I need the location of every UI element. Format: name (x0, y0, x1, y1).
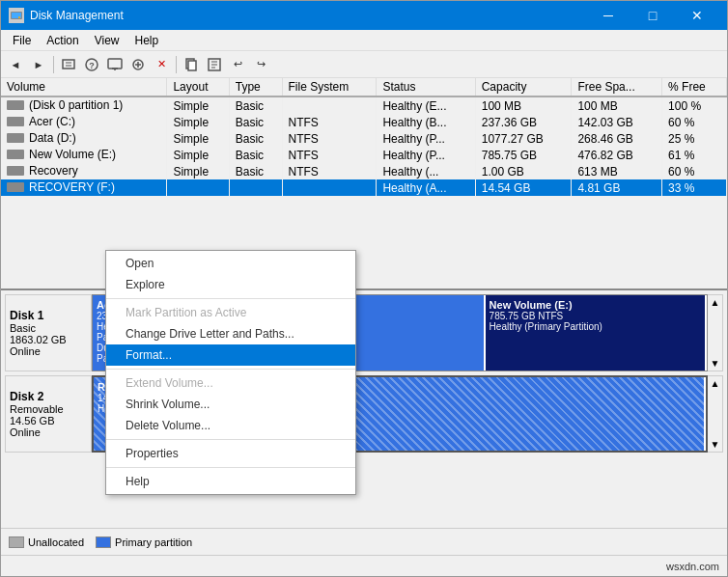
disk-1-label: Disk 1 Basic 1863.02 GB Online (5, 294, 92, 371)
legend-unalloc-label: Unallocated (28, 536, 84, 548)
context-menu-item[interactable]: Shrink Volume... (106, 394, 355, 415)
disk-2-type: Removable (10, 403, 87, 415)
menu-separator (106, 467, 355, 468)
vol-icon: Acer (C:) (7, 115, 75, 128)
menu-separator (106, 369, 355, 370)
disk-2-name: Disk 2 (10, 390, 87, 403)
disk-1-status: Online (10, 345, 87, 357)
vol-icon: New Volume (E:) (7, 148, 116, 161)
menu-help[interactable]: Help (127, 32, 167, 48)
window-title: Disk Management (30, 9, 124, 22)
legend-unallocated: Unallocated (9, 536, 84, 548)
table-row[interactable]: (Disk 0 partition 1)SimpleBasicHealthy (… (1, 96, 727, 114)
vol-icon: Recovery (7, 164, 78, 178)
menu-separator (106, 439, 355, 440)
disk-2-label: Disk 2 Removable 14.56 GB Online (5, 375, 92, 453)
svg-text:?: ? (89, 61, 95, 70)
toolbar-btn-8[interactable] (181, 54, 202, 75)
delete-button[interactable]: ✕ (151, 54, 172, 75)
context-menu-item: Extend Volume... (106, 372, 355, 394)
disk-1-size: 1863.02 GB (10, 334, 87, 345)
disk-table: Volume Layout Type File System Status Ca… (1, 78, 727, 196)
col-filesystem[interactable]: File System (282, 78, 377, 96)
svg-rect-15 (188, 61, 196, 70)
toolbar-btn-4[interactable]: ? (81, 54, 102, 75)
legend: Unallocated Primary partition (1, 528, 727, 555)
table-row[interactable]: RECOVERY (F:)Healthy (A...14.54 GB4.81 G… (1, 179, 727, 196)
context-menu-item: Mark Partition as Active (106, 302, 355, 323)
table-row[interactable]: Data (D:)SimpleBasicNTFSHealthy (P...107… (1, 130, 727, 147)
table-row[interactable]: New Volume (E:)SimpleBasicNTFSHealthy (P… (1, 147, 727, 163)
col-capacity[interactable]: Capacity (475, 78, 572, 96)
status-bar: wsxdn.com (1, 555, 727, 576)
vol-icon: RECOVERY (F:) (7, 180, 115, 194)
app-icon (9, 8, 24, 23)
context-menu-item[interactable]: Change Drive Letter and Paths... (106, 323, 355, 344)
context-menu-item[interactable]: Open (106, 253, 355, 274)
legend-unalloc-box (9, 536, 24, 548)
col-layout[interactable]: Layout (167, 78, 229, 96)
svg-rect-3 (63, 60, 74, 69)
status-text: wsxdn.com (666, 561, 719, 572)
context-menu: OpenExploreMark Partition as ActiveChang… (105, 250, 356, 495)
close-button[interactable]: ✕ (675, 1, 719, 30)
toolbar-btn-6[interactable] (127, 54, 149, 75)
disk-management-window: Disk Management ─ □ ✕ File Action View H… (0, 0, 728, 577)
context-menu-item[interactable]: Properties (106, 443, 355, 464)
separator-2 (176, 56, 177, 73)
menu-file[interactable]: File (5, 32, 39, 48)
title-bar: Disk Management ─ □ ✕ (1, 1, 727, 30)
col-volume[interactable]: Volume (1, 78, 167, 96)
legend-primary: Primary partition (96, 536, 192, 548)
context-menu-item[interactable]: Delete Volume... (106, 415, 355, 436)
title-bar-left: Disk Management (9, 8, 124, 23)
legend-primary-label: Primary partition (115, 536, 192, 548)
main-content: Volume Layout Type File System Status Ca… (1, 78, 727, 555)
forward-button[interactable]: ► (28, 54, 49, 75)
context-menu-item[interactable]: Help (106, 471, 355, 492)
disk-2-size: 14.56 GB (10, 415, 87, 426)
menu-bar: File Action View Help (1, 30, 727, 51)
disk-1-type: Basic (10, 322, 87, 334)
disk1-scroll-up[interactable]: ▲ (711, 297, 720, 308)
minimize-button[interactable]: ─ (586, 1, 630, 30)
col-type[interactable]: Type (229, 78, 282, 96)
back-button[interactable]: ◄ (5, 54, 26, 75)
partition-e[interactable]: New Volume (E:) 785.75 GB NTFS Healthy (… (486, 295, 707, 371)
svg-rect-8 (108, 59, 122, 69)
menu-action[interactable]: Action (39, 32, 86, 48)
disk1-scroll-down[interactable]: ▼ (711, 358, 720, 369)
title-controls: ─ □ ✕ (586, 1, 719, 30)
disk2-scroll-down[interactable]: ▼ (711, 439, 720, 450)
toolbar-btn-10[interactable]: ↩ (227, 54, 248, 75)
col-status[interactable]: Status (377, 78, 475, 96)
vol-icon: Data (D:) (7, 131, 76, 145)
toolbar: ◄ ► ? ✕ ↩ ↪ (1, 51, 727, 78)
menu-separator (106, 298, 355, 299)
toolbar-btn-9[interactable] (204, 54, 225, 75)
context-menu-item[interactable]: Format... (106, 344, 355, 366)
table-row[interactable]: Acer (C:)SimpleBasicNTFSHealthy (B...237… (1, 114, 727, 130)
toolbar-btn-5[interactable] (104, 54, 126, 75)
svg-point-2 (18, 16, 20, 18)
toolbar-btn-3[interactable] (58, 54, 79, 75)
context-menu-item[interactable]: Explore (106, 274, 355, 295)
maximize-button[interactable]: □ (630, 1, 675, 30)
table-row[interactable]: RecoverySimpleBasicNTFSHealthy (...1.00 … (1, 163, 727, 179)
col-pctfree[interactable]: % Free (662, 78, 727, 96)
partition-e-name: New Volume (E:) (490, 299, 701, 311)
separator-1 (53, 56, 54, 73)
partition-e-size: 785.75 GB NTFS (490, 311, 701, 321)
disk2-scroll-up[interactable]: ▲ (711, 378, 720, 389)
col-freespace[interactable]: Free Spa... (572, 78, 662, 96)
partition-e-status: Healthy (Primary Partition) (490, 321, 701, 332)
toolbar-btn-11[interactable]: ↪ (250, 54, 271, 75)
disk-2-status: Online (10, 426, 87, 438)
menu-view[interactable]: View (87, 32, 127, 48)
legend-primary-box (96, 536, 111, 548)
disk-1-name: Disk 1 (10, 309, 87, 322)
vol-icon: (Disk 0 partition 1) (7, 98, 123, 112)
